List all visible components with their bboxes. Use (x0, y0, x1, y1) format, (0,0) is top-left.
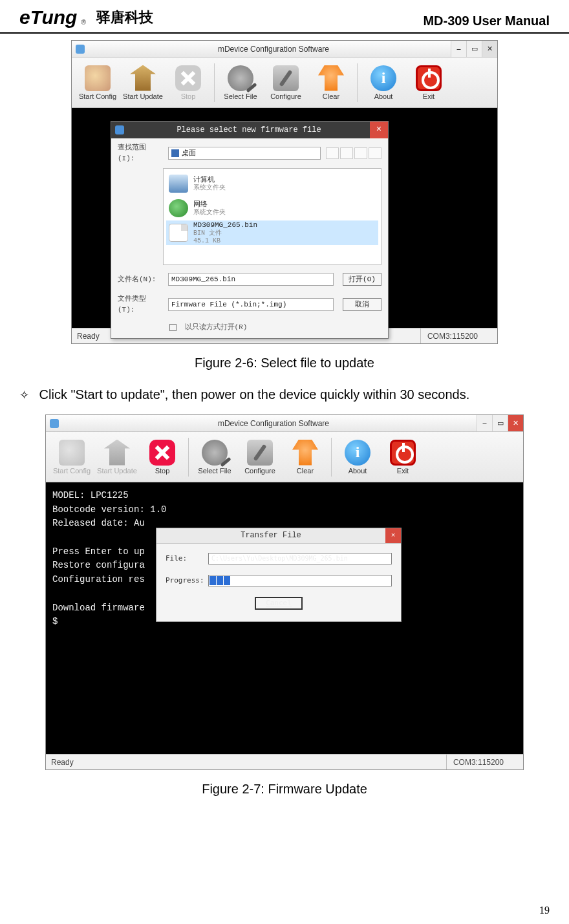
stop-button[interactable]: Stop (140, 435, 184, 480)
transfer-progress-row: Progress: (166, 575, 392, 586)
exit-icon (390, 440, 416, 466)
list-item[interactable]: 计算机 系统文件夹 (166, 171, 378, 196)
select-file-button[interactable]: Select File (219, 60, 263, 105)
configure-icon (273, 65, 299, 91)
filetype-row: 文件类型(T): Firmware File (*.bin;*.img) 取消 (111, 290, 388, 319)
manual-title: MD-309 User Manual (423, 14, 550, 28)
select-file-icon (202, 440, 228, 466)
window-title-bar: mDevice Configuration Software ‒ ▭ ✕ (72, 41, 497, 58)
app-icon (76, 45, 85, 54)
stop-button[interactable]: Stop (166, 60, 210, 105)
label: Configure (270, 92, 301, 100)
label: Start Update (97, 467, 137, 475)
window-title: mDevice Configuration Software (63, 419, 523, 428)
label: Start Config (53, 467, 91, 475)
dialog-close-button[interactable]: × (370, 122, 388, 138)
readonly-checkbox[interactable] (169, 324, 177, 331)
open-button[interactable]: 打开(O) (343, 273, 381, 286)
window-controls: ‒ ▭ ✕ (451, 41, 497, 57)
exit-button[interactable]: Exit (381, 435, 425, 480)
filename-label: 文件名(N): (118, 274, 163, 285)
instruction-paragraph: ✧ Click "Start to update", then power on… (19, 385, 550, 404)
progress-label: Progress: (166, 575, 202, 586)
start-config-icon (59, 440, 85, 466)
brand-chinese: 驿唐科技 (96, 8, 153, 27)
configure-button[interactable]: Configure (238, 435, 282, 480)
about-button[interactable]: About (336, 435, 380, 480)
list-item[interactable]: 网络 系统文件夹 (166, 196, 378, 220)
instruction-text: Click "Start to update", then power on t… (39, 387, 470, 402)
start-config-button[interactable]: Start Config (50, 435, 94, 480)
filename-input[interactable]: MD309MG_265.bin (168, 273, 334, 286)
toolbar-separator (188, 438, 189, 477)
configure-icon (247, 440, 273, 466)
label: Select File (224, 92, 257, 100)
stop-icon (149, 440, 175, 466)
configure-button[interactable]: Configure (264, 60, 308, 105)
about-button[interactable]: About (361, 60, 405, 105)
look-in-label: 查找范围(I): (118, 142, 163, 164)
dialog-title: Please select new firmware file (128, 124, 370, 136)
start-update-icon (130, 65, 156, 91)
maximize-button[interactable]: ▭ (492, 415, 508, 431)
nav-view-icon[interactable] (369, 147, 381, 159)
stop-icon (175, 65, 201, 91)
console-line: MODEL: LPC1225 (52, 489, 517, 503)
page-number: 19 (539, 905, 550, 916)
label: Stop (155, 467, 170, 475)
file-path-input[interactable]: C:\Users\Yu\Desktop\MD309MG_265.bin (208, 553, 392, 564)
close-button[interactable]: ✕ (482, 41, 497, 57)
filetype-select[interactable]: Firmware File (*.bin;*.img) (168, 298, 334, 311)
start-update-button[interactable]: Start Update (95, 435, 139, 480)
transfer-close-button[interactable]: × (385, 528, 401, 543)
select-file-button[interactable]: Select File (193, 435, 237, 480)
select-file-icon (228, 65, 253, 91)
maximize-button[interactable]: ▭ (466, 41, 482, 57)
cancel-button[interactable]: 取消 (343, 298, 381, 311)
exit-button[interactable]: Exit (407, 60, 451, 105)
minimize-button[interactable]: ‒ (451, 41, 466, 57)
label: Clear (323, 92, 339, 100)
page-header: eTung ® 驿唐科技 MD-309 User Manual (0, 0, 569, 34)
transfer-cancel-button[interactable]: Cancel (255, 597, 303, 610)
nav-back-icon[interactable] (326, 147, 339, 159)
list-item-selected[interactable]: MD309MG_265.bin BIN 文件 45.1 KB (166, 220, 378, 245)
figure2-caption: Figure 2-7: Firmware Update (19, 782, 550, 797)
progress-bar (208, 575, 392, 586)
start-update-button[interactable]: Start Update (121, 60, 165, 105)
logo-text: eTung (19, 6, 77, 28)
look-in-select[interactable]: 桌面 (168, 147, 321, 160)
clear-button[interactable]: Clear (283, 435, 327, 480)
file-open-dialog: Please select new firmware file × 查找范围(I… (111, 121, 389, 339)
transfer-dialog: Transfer File × File: C:\Users\Yu\Deskto… (156, 528, 402, 622)
clear-icon (318, 65, 344, 91)
screenshot-select-file: mDevice Configuration Software ‒ ▭ ✕ Sta… (71, 40, 498, 344)
dialog-icon (115, 125, 124, 134)
nav-up-icon[interactable] (340, 147, 353, 159)
progress-segment (217, 576, 223, 585)
status-ready: Ready (77, 332, 100, 341)
console-line: Bootcode version: 1.0 (52, 503, 517, 517)
status-ready: Ready (51, 758, 74, 767)
console-area: MODEL: LPC1225 Bootcode version: 1.0 Rel… (46, 482, 523, 754)
minimize-button[interactable]: ‒ (477, 415, 492, 431)
start-config-icon (85, 65, 111, 91)
file-list[interactable]: 计算机 系统文件夹 网络 系统文件夹 MD3 (163, 168, 381, 265)
app-icon (50, 419, 59, 428)
clear-button[interactable]: Clear (309, 60, 353, 105)
bullet-icon: ✧ (19, 389, 29, 402)
label: Exit (397, 467, 409, 475)
main-toolbar: Start Config Start Update Stop Select Fi… (72, 58, 497, 108)
item-text: 网络 系统文件夹 (193, 200, 226, 217)
label: Start Update (123, 92, 163, 100)
start-config-button[interactable]: Start Config (76, 60, 120, 105)
nav-newfolder-icon[interactable] (354, 147, 367, 159)
logo-block: eTung ® 驿唐科技 (19, 6, 153, 28)
toolbar-separator (214, 63, 215, 102)
page-content: mDevice Configuration Software ‒ ▭ ✕ Sta… (0, 34, 569, 797)
desktop-icon (171, 149, 179, 157)
label: Select File (198, 467, 231, 475)
status-com: COM3:115200 (420, 328, 492, 343)
close-button[interactable]: ✕ (508, 415, 523, 431)
toolbar-separator (357, 63, 358, 102)
